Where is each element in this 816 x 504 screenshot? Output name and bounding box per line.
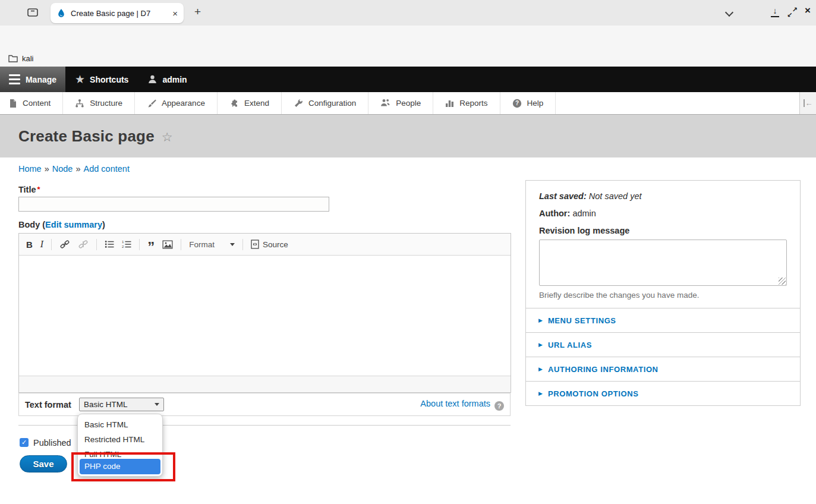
published-checkbox[interactable]: ✓ [20,438,29,447]
editor-content-area[interactable] [19,256,511,376]
format-dropdown-label: Format [189,240,215,249]
toolbar-separator [96,239,97,250]
drupal-favicon-icon [56,8,66,18]
toolbar-separator [242,239,243,250]
save-button[interactable]: Save [20,455,67,472]
firefox-view-icon[interactable] [27,8,38,17]
numbered-list-button[interactable]: 12 [122,240,131,248]
tray-item-reports[interactable]: Reports [433,92,500,114]
tray-label: People [396,99,421,108]
italic-button[interactable]: I [40,239,43,250]
link-button[interactable] [59,240,70,249]
expand-arrow-sw: ↙ [787,11,792,19]
caret-down-icon [230,243,235,246]
collapsed-arrow-icon: ▶ [538,390,543,396]
tray-item-extend[interactable]: Extend [218,92,282,114]
tray-item-appearance[interactable]: Appearance [135,92,218,114]
blockquote-button[interactable]: ” [147,244,155,250]
tab-list-chevron-icon[interactable] [725,8,733,17]
help-icon: ? [512,99,522,108]
browser-tab-bar: Create Basic page | D7 × + ↓ ↗ ↙ × [0,0,816,26]
body-label-prefix: Body ( [18,220,45,229]
breadcrumb-add-content[interactable]: Add content [84,164,130,174]
manage-label: Manage [26,75,56,84]
breadcrumb-node[interactable]: Node [52,164,73,174]
structure-sitemap-icon [75,99,84,108]
revision-log-textarea[interactable] [539,240,787,286]
about-text-formats: About text formats? [420,399,504,411]
svg-text:2: 2 [122,245,124,248]
editor-toolbar: B I 12 ” Format [19,234,511,256]
downloads-icon[interactable]: ↓ [771,6,779,17]
dropdown-option-basic-html[interactable]: Basic HTML [78,417,162,432]
last-saved-label: Last saved: [539,191,587,201]
new-tab-button[interactable]: + [194,5,201,18]
bold-button[interactable]: B [26,240,33,250]
breadcrumb-separator: » [45,164,49,174]
tab-close-icon[interactable]: × [172,8,178,18]
text-format-row: Text format Basic HTML About text format… [18,393,511,416]
toggle-bar-icon [804,99,805,107]
tray-item-configuration[interactable]: Configuration [282,92,368,114]
section-url-alias[interactable]: ▶ URL ALIAS [526,332,800,357]
format-dropdown[interactable]: Format [189,240,235,249]
drupal-tray: Content Structure Appearance Extend Conf… [0,92,816,115]
source-button[interactable]: Source [251,240,288,249]
image-button[interactable] [162,240,173,249]
collapsed-arrow-icon: ▶ [538,342,543,348]
title-input[interactable] [18,197,329,212]
section-menu-settings[interactable]: ▶ MENU SETTINGS [526,308,800,332]
body-label: Body (Edit summary) [18,220,105,229]
page-title: Create Basic page [18,127,155,146]
tray-label: Configuration [308,99,356,108]
tray-item-content[interactable]: Content [0,92,63,114]
body-label-suffix: ) [102,220,105,229]
svg-text:1: 1 [122,240,124,244]
browser-tab[interactable]: Create Basic page | D7 × [51,3,184,23]
tray-item-people[interactable]: People [368,92,433,114]
tray-label: Structure [90,99,122,108]
meta-panel: Last saved: Not saved yet Author: admin … [526,181,800,308]
shortcut-star-icon[interactable]: ☆ [162,130,173,144]
section-authoring-information[interactable]: ▶ AUTHORING INFORMATION [526,357,800,381]
dropdown-option-restricted-html[interactable]: Restricted HTML [78,432,162,447]
collapsed-arrow-icon: ▶ [538,366,543,372]
toolbar-item-shortcuts[interactable]: ★ Shortcuts [65,67,138,92]
svg-text:?: ? [515,100,519,106]
help-circle-icon[interactable]: ? [494,401,504,411]
last-saved-row: Last saved: Not saved yet [539,191,787,201]
text-format-label: Text format [25,400,71,410]
edit-summary-link[interactable]: Edit summary [45,220,102,229]
unlink-button[interactable] [78,240,89,249]
tray-orientation-toggle[interactable]: ← [799,92,816,114]
tray-item-structure[interactable]: Structure [63,92,135,114]
toolbar-item-user[interactable]: admin [138,67,196,92]
bookmark-item-kali[interactable]: kali [22,54,34,63]
section-promotion-options[interactable]: ▶ PROMOTION OPTIONS [526,381,800,405]
user-label: admin [162,75,187,84]
breadcrumb-home[interactable]: Home [18,164,42,174]
fullscreen-icon[interactable]: ↗ ↙ [787,7,798,18]
tray-item-help[interactable]: ? Help [500,92,556,114]
meta-sidebar: Last saved: Not saved yet Author: admin … [525,180,801,406]
resize-grippie-icon[interactable] [779,278,786,285]
text-format-select[interactable]: Basic HTML [79,398,164,411]
last-saved-value: Not saved yet [589,191,642,201]
section-title: MENU SETTINGS [548,316,616,325]
author-value: admin [572,209,596,218]
bulleted-list-button[interactable] [105,240,114,248]
appearance-brush-icon [147,99,156,108]
tab-title: Create Basic page | D7 [71,9,168,18]
toolbar-item-manage[interactable]: Manage [0,67,65,92]
about-text-formats-link[interactable]: About text formats [420,399,490,408]
source-doc-icon [251,240,259,249]
hamburger-icon [9,74,20,84]
shortcuts-label: Shortcuts [90,75,128,84]
window-close-icon[interactable]: × [805,5,811,17]
breadcrumb-separator: » [75,164,80,174]
toolbar-separator [181,239,181,250]
user-icon [147,74,157,84]
drupal-admin-bar: Manage ★ Shortcuts admin [0,67,816,92]
screen: Create Basic page | D7 × + ↓ ↗ ↙ × ← → ↻… [0,0,816,504]
extend-puzzle-icon [229,99,239,108]
